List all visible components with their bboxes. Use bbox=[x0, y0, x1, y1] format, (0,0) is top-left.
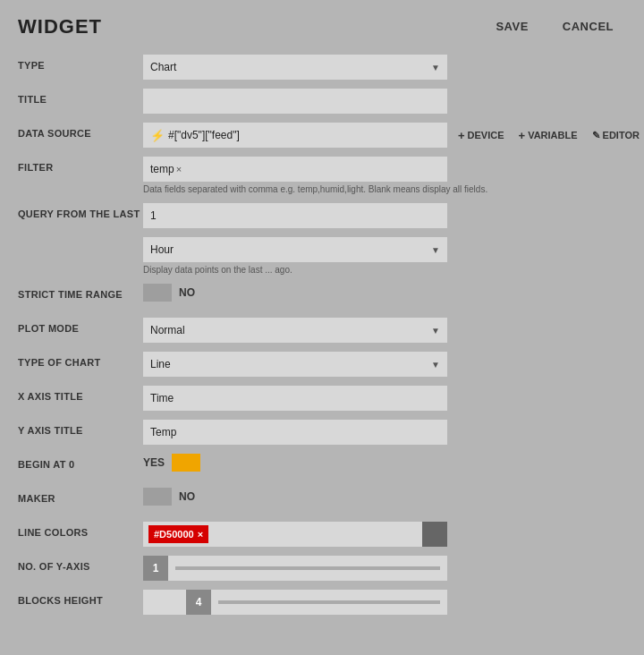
chart-type-select-wrapper: Line Bar Area bbox=[143, 352, 447, 377]
query-unit-control: Hour Minute Day Display data points on t… bbox=[143, 237, 626, 275]
filter-tag-value: temp bbox=[150, 163, 174, 175]
line-colors-field: #D50000 × bbox=[143, 522, 447, 547]
line-color-tag: #D50000 × bbox=[148, 525, 208, 543]
plot-mode-label: PLOT MODE bbox=[18, 318, 143, 334]
filter-row: FILTER temp × Data fields separated with… bbox=[18, 157, 626, 194]
line-colors-control: #D50000 × bbox=[143, 522, 626, 547]
y-axis-input[interactable] bbox=[143, 420, 447, 445]
editor-pencil-icon: ✎ bbox=[592, 130, 600, 141]
begin-at-0-row: BEGIN AT 0 YES bbox=[18, 454, 626, 479]
maker-control: NO bbox=[143, 488, 626, 506]
editor-button[interactable]: ✎ EDITOR bbox=[589, 130, 643, 141]
y-axis-row: Y AXIS TITLE bbox=[18, 420, 626, 445]
cancel-button[interactable]: CANCEL bbox=[550, 14, 626, 38]
save-button[interactable]: SAVE bbox=[483, 14, 540, 38]
title-input[interactable] bbox=[143, 89, 447, 114]
no-y-axis-control: 1 bbox=[143, 556, 626, 581]
filter-tag: temp × bbox=[150, 163, 182, 175]
query-unit-hint: Display data points on the last ... ago. bbox=[143, 265, 626, 275]
blocks-height-slider: 4 bbox=[143, 590, 447, 615]
filter-control: temp × Data fields separated with comma … bbox=[143, 157, 626, 194]
maker-toggle[interactable] bbox=[143, 488, 172, 506]
datasource-value: #["dv5"]["feed"] bbox=[168, 129, 240, 141]
begin-at-0-control: YES bbox=[143, 454, 626, 472]
title-control bbox=[143, 89, 626, 114]
maker-row: MAKER NO bbox=[18, 488, 626, 513]
y-axis-control bbox=[143, 420, 626, 445]
type-select-wrapper: Chart Gauge Value Map bbox=[143, 55, 447, 80]
line-colors-label: LINE COLORS bbox=[18, 522, 143, 538]
no-y-axis-slider: 1 bbox=[143, 556, 447, 581]
datasource-input[interactable]: ⚡ #["dv5"]["feed"] bbox=[143, 123, 447, 148]
plot-mode-control: Normal Step Scatter bbox=[143, 318, 626, 343]
strict-time-value: NO bbox=[179, 286, 195, 299]
x-axis-label: X AXIS TITLE bbox=[18, 386, 143, 402]
type-row: TYPE Chart Gauge Value Map bbox=[18, 55, 626, 80]
line-color-remove[interactable]: × bbox=[198, 529, 203, 540]
plot-mode-select[interactable]: Normal Step Scatter bbox=[143, 318, 447, 343]
no-y-axis-value: 1 bbox=[143, 556, 168, 581]
maker-label: MAKER bbox=[18, 488, 143, 504]
query-row: QUERY FROM THE LAST bbox=[18, 203, 626, 228]
strict-time-control: NO bbox=[143, 284, 626, 302]
chart-type-control: Line Bar Area bbox=[143, 352, 626, 377]
type-select[interactable]: Chart Gauge Value Map bbox=[143, 55, 447, 80]
editor-label: EDITOR bbox=[603, 130, 640, 140]
no-y-axis-bar[interactable] bbox=[175, 566, 440, 570]
begin-at-0-toggle-row: YES bbox=[143, 454, 626, 472]
strict-time-row: STRICT TIME RANGE NO bbox=[18, 284, 626, 309]
filter-tag-remove[interactable]: × bbox=[176, 164, 182, 174]
begin-at-0-label: BEGIN AT 0 bbox=[18, 454, 143, 470]
type-control: Chart Gauge Value Map bbox=[143, 55, 626, 80]
bolt-icon: ⚡ bbox=[150, 129, 165, 142]
blocks-height-value: 4 bbox=[186, 590, 211, 615]
device-button[interactable]: + DEVICE bbox=[454, 129, 508, 142]
strict-time-toggle[interactable] bbox=[143, 284, 172, 302]
strict-time-toggle-row: NO bbox=[143, 284, 626, 302]
line-colors-row: LINE COLORS #D50000 × bbox=[18, 522, 626, 547]
chart-type-select[interactable]: Line Bar Area bbox=[143, 352, 447, 377]
device-plus-icon: + bbox=[458, 129, 465, 142]
page: WIDGET SAVE CANCEL TYPE Chart Gauge Valu… bbox=[0, 0, 644, 655]
page-title: WIDGET bbox=[18, 15, 102, 38]
filter-hint: Data fields separated with comma e.g. te… bbox=[143, 184, 626, 194]
plot-mode-select-wrapper: Normal Step Scatter bbox=[143, 318, 447, 343]
blocks-height-left-pad bbox=[143, 590, 186, 615]
line-color-value: #D50000 bbox=[154, 529, 194, 540]
filter-label: FILTER bbox=[18, 157, 143, 173]
begin-at-0-value: YES bbox=[143, 456, 165, 469]
blocks-height-label: BLOCKS HEIGHT bbox=[18, 590, 143, 606]
x-axis-control bbox=[143, 386, 626, 411]
header: WIDGET SAVE CANCEL bbox=[18, 14, 626, 38]
blocks-height-bar[interactable] bbox=[218, 600, 440, 604]
query-label: QUERY FROM THE LAST bbox=[18, 203, 143, 219]
device-label: DEVICE bbox=[468, 130, 504, 140]
query-input[interactable] bbox=[143, 203, 447, 228]
chart-type-label: TYPE OF CHART bbox=[18, 352, 143, 368]
query-unit-select[interactable]: Hour Minute Day bbox=[143, 237, 447, 262]
type-label: TYPE bbox=[18, 55, 143, 71]
title-row: TITLE bbox=[18, 89, 626, 114]
title-label: TITLE bbox=[18, 89, 143, 105]
header-buttons: SAVE CANCEL bbox=[483, 14, 626, 38]
blocks-height-row: BLOCKS HEIGHT 4 bbox=[18, 590, 626, 615]
variable-button[interactable]: + VARIABLE bbox=[515, 129, 581, 142]
no-y-axis-label: NO. OF Y-AXIS bbox=[18, 556, 143, 572]
y-axis-label: Y AXIS TITLE bbox=[18, 420, 143, 436]
query-unit-row: Hour Minute Day Display data points on t… bbox=[18, 237, 626, 275]
datasource-label: DATA SOURCE bbox=[18, 123, 143, 139]
query-unit-label-empty bbox=[18, 237, 143, 242]
blocks-height-control: 4 bbox=[143, 590, 626, 615]
x-axis-row: X AXIS TITLE bbox=[18, 386, 626, 411]
begin-at-0-toggle[interactable] bbox=[172, 454, 200, 472]
variable-plus-icon: + bbox=[519, 129, 526, 142]
line-color-swatch[interactable] bbox=[422, 522, 447, 547]
datasource-control: ⚡ #["dv5"]["feed"] + DEVICE + VARIABLE ✎… bbox=[143, 123, 643, 148]
datasource-row: DATA SOURCE ⚡ #["dv5"]["feed"] + DEVICE … bbox=[18, 123, 626, 148]
x-axis-input[interactable] bbox=[143, 386, 447, 411]
query-unit-select-wrapper: Hour Minute Day bbox=[143, 237, 447, 262]
query-control bbox=[143, 203, 626, 228]
strict-time-label: STRICT TIME RANGE bbox=[18, 284, 143, 300]
plot-mode-row: PLOT MODE Normal Step Scatter bbox=[18, 318, 626, 343]
filter-input[interactable]: temp × bbox=[143, 157, 447, 182]
